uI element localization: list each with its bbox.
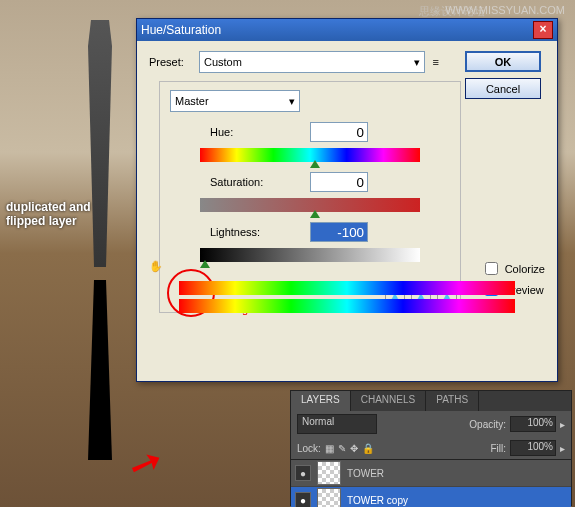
chevron-down-icon: ▾: [414, 56, 420, 69]
hand-tool-icon[interactable]: ✋: [149, 260, 163, 273]
annotation-flipped: duplicated andflipped layer: [6, 200, 91, 229]
dialog-titlebar[interactable]: Hue/Saturation ×: [137, 19, 557, 41]
slider-thumb[interactable]: [200, 260, 210, 268]
hue-label: Hue:: [210, 126, 310, 138]
hue-bar-bottom: [179, 299, 515, 313]
hue-bar-top: [179, 281, 515, 295]
dialog-title: Hue/Saturation: [141, 23, 221, 37]
layer-name: TOWER copy: [347, 495, 408, 506]
saturation-slider[interactable]: [200, 198, 420, 212]
lock-position-icon[interactable]: ✥: [350, 443, 358, 454]
slider-thumb[interactable]: [310, 160, 320, 168]
lock-paint-icon[interactable]: ✎: [338, 443, 346, 454]
lightness-label: Lightness:: [210, 226, 310, 238]
preset-select[interactable]: Custom ▾: [199, 51, 425, 73]
hue-slider[interactable]: [200, 148, 420, 162]
lock-transparency-icon[interactable]: ▦: [325, 443, 334, 454]
layer-thumbnail[interactable]: [317, 461, 341, 485]
lightness-input[interactable]: [310, 222, 368, 242]
tab-paths[interactable]: PATHS: [426, 391, 479, 411]
saturation-input[interactable]: [310, 172, 368, 192]
fill-label: Fill:: [490, 443, 506, 454]
blend-mode-select[interactable]: Normal: [297, 414, 377, 434]
preset-label: Preset:: [149, 56, 199, 68]
hue-input[interactable]: [310, 122, 368, 142]
tab-layers[interactable]: LAYERS: [291, 391, 351, 411]
layer-name: TOWER: [347, 468, 384, 479]
layer-row[interactable]: ● TOWER copy: [291, 487, 571, 507]
ok-button[interactable]: OK: [465, 51, 541, 72]
opacity-input[interactable]: 100%: [510, 416, 556, 432]
layer-thumbnail[interactable]: [317, 488, 341, 507]
close-icon[interactable]: ×: [533, 21, 553, 39]
slider-thumb[interactable]: [310, 210, 320, 218]
opacity-label: Opacity:: [469, 419, 506, 430]
layers-panel: LAYERS CHANNELS PATHS Normal Opacity: 10…: [290, 390, 572, 506]
colorize-checkbox[interactable]: Colorize: [481, 259, 545, 278]
lock-all-icon[interactable]: 🔒: [362, 443, 374, 454]
fill-input[interactable]: 100%: [510, 440, 556, 456]
watermark: WWW.MISSYUAN.COM: [445, 4, 565, 16]
hue-saturation-dialog: Hue/Saturation × Preset: Custom ▾ ≡ OK C…: [136, 18, 558, 382]
adjustment-group: Master ▾ Hue: Saturation: Lightness:: [159, 81, 461, 313]
tab-channels[interactable]: CHANNELS: [351, 391, 426, 411]
lightness-slider[interactable]: [200, 248, 420, 262]
layer-row[interactable]: ● TOWER: [291, 460, 571, 487]
channel-select[interactable]: Master ▾: [170, 90, 300, 112]
visibility-icon[interactable]: ●: [295, 465, 311, 481]
lock-label: Lock:: [297, 443, 321, 454]
visibility-icon[interactable]: ●: [295, 492, 311, 507]
chevron-down-icon: ▾: [289, 95, 295, 108]
cancel-button[interactable]: Cancel: [465, 78, 541, 99]
preset-menu-icon[interactable]: ≡: [433, 56, 439, 68]
saturation-label: Saturation:: [210, 176, 310, 188]
